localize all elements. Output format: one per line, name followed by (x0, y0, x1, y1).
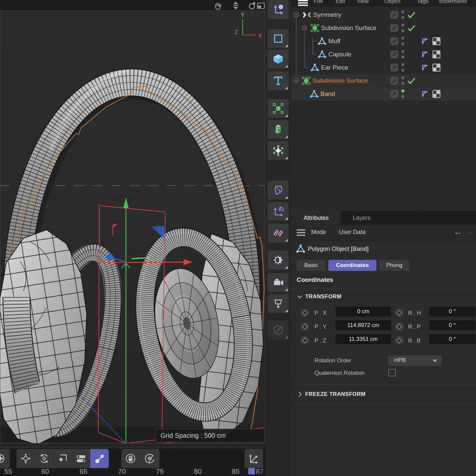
subdivision-surface-tool[interactable] (268, 99, 289, 118)
array-generator-tool[interactable] (268, 120, 289, 139)
edit-toggle-icon[interactable] (390, 64, 398, 72)
py-input[interactable]: 114.8972 cm (336, 320, 391, 330)
instance-axis-tool[interactable] (268, 202, 289, 221)
om-row-ear-piece[interactable]: Ear Piece (291, 61, 476, 74)
back-arrow-icon[interactable]: ← (454, 227, 462, 237)
record-point-level-button-active[interactable] (90, 449, 109, 468)
tab-attributes[interactable]: Attributes (291, 211, 341, 225)
keyframe-icon[interactable] (301, 309, 309, 317)
mouse-record-button[interactable] (121, 449, 140, 468)
edit-toggle-icon[interactable] (390, 24, 398, 32)
phong-tag-icon[interactable] (421, 50, 429, 58)
phong-tag-icon[interactable] (421, 64, 429, 72)
rh-input[interactable]: 0 ° (429, 307, 475, 316)
texture-tag-icon[interactable] (432, 90, 440, 98)
primitive-cube-tool[interactable] (268, 49, 289, 69)
motext-tool[interactable] (268, 71, 289, 90)
phong-tag-icon[interactable] (421, 90, 429, 98)
chevron-right-icon[interactable] (299, 392, 302, 397)
spline-rectangle-tool[interactable] (268, 29, 289, 48)
rotation-order-select[interactable]: HPB (388, 355, 442, 366)
timeline-ruler[interactable] (0, 443, 265, 449)
edit-toggle-icon[interactable] (390, 50, 398, 58)
quaternion-checkbox[interactable] (388, 369, 396, 376)
keyframe-icon[interactable] (301, 322, 309, 331)
generator-gear-tool[interactable] (268, 141, 289, 160)
menu-object[interactable]: Object (384, 0, 401, 5)
px-input[interactable]: 0 cm (336, 307, 391, 316)
timeline-tick[interactable]: 70 (118, 467, 126, 475)
chevron-down-icon[interactable] (297, 295, 302, 299)
keyframe-icon[interactable] (395, 309, 403, 317)
tab-layers[interactable]: Layers (343, 211, 380, 225)
visibility-dots-icon[interactable] (401, 75, 405, 86)
record-position-button[interactable] (16, 449, 35, 468)
attributes-menu-icon[interactable] (297, 229, 306, 236)
om-row-subdivision-surface-2[interactable]: Subdivision Surface (291, 74, 476, 88)
keyframe-settings-icon[interactable] (0, 449, 9, 468)
keyframe-icon[interactable] (301, 336, 309, 345)
record-rotation-button[interactable] (35, 449, 53, 468)
visibility-dots-icon[interactable] (401, 10, 405, 20)
keyframe-icon[interactable] (395, 322, 403, 331)
visibility-dots-icon[interactable] (401, 62, 405, 73)
phong-tag-icon[interactable] (421, 37, 429, 45)
current-frame-marker[interactable] (248, 468, 255, 474)
viewport-canvas[interactable]: Y Z X Grid Spacing : 500 cm (0, 11, 265, 443)
menu-bookmarks[interactable]: Bookmarks (439, 0, 467, 5)
texture-tag-icon[interactable] (432, 64, 440, 72)
timeline-tick[interactable]: 55 (4, 467, 12, 475)
expander-icon[interactable] (294, 13, 298, 17)
timeline-tick[interactable]: 60 (41, 467, 49, 475)
user-data-menu[interactable]: User Data (339, 229, 366, 236)
rp-input[interactable]: 0 ° (429, 320, 475, 330)
menu-edit[interactable]: Edit (336, 0, 345, 5)
visibility-dots-icon[interactable] (401, 49, 405, 60)
move-axis-tool[interactable] (268, 0, 289, 19)
environment-tool[interactable] (268, 251, 289, 270)
deformer-tool[interactable] (268, 181, 289, 200)
om-row-band[interactable]: Band (291, 87, 476, 101)
timeline-tick[interactable]: 65 (79, 467, 87, 475)
edit-toggle-icon[interactable] (390, 11, 398, 19)
menu-tags[interactable]: Tags (417, 0, 429, 5)
camera-tool[interactable] (268, 273, 289, 292)
expander-icon[interactable] (294, 78, 298, 83)
autokey-button[interactable] (140, 449, 159, 468)
dolly-zoom-icon[interactable] (231, 1, 241, 10)
x-axis-line[interactable] (127, 262, 184, 262)
pz-input[interactable]: 11.3351 cm (336, 334, 391, 344)
symmetry-tool[interactable] (268, 223, 289, 243)
om-row-capsule[interactable]: Capsule (291, 48, 476, 61)
om-row-symmetry[interactable]: Symmetry (291, 8, 476, 22)
tab-coordinates[interactable]: Coordinates (328, 260, 376, 271)
track-graph-button[interactable] (245, 449, 263, 468)
tab-basic[interactable]: Basic (297, 260, 326, 271)
record-parameter-button[interactable] (72, 449, 90, 468)
rb-input[interactable]: 0 ° (429, 334, 475, 344)
visibility-dots-icon-active[interactable] (401, 89, 405, 99)
mode-menu[interactable]: Mode (311, 229, 326, 236)
visibility-dots-icon[interactable] (401, 23, 405, 33)
keyframe-icon[interactable] (395, 336, 403, 345)
freeze-transform-title[interactable]: FREEZE TRANSFORM (305, 391, 366, 397)
menu-view[interactable]: View (357, 0, 369, 5)
texture-tag-icon[interactable] (432, 37, 440, 45)
stage-tool[interactable] (268, 294, 289, 313)
edit-toggle-icon[interactable] (390, 37, 398, 45)
enabled-check-icon[interactable] (407, 77, 416, 85)
main-menu-icon[interactable] (298, 0, 309, 6)
texture-tag-icon[interactable] (432, 50, 440, 58)
menu-file[interactable]: File (314, 0, 323, 5)
timeline-tick[interactable]: 85 (232, 467, 239, 475)
visibility-dots-icon[interactable] (401, 36, 405, 46)
expander-icon[interactable] (302, 26, 307, 30)
record-scale-button[interactable] (53, 449, 72, 468)
tab-phong[interactable]: Phong (379, 260, 409, 271)
edit-toggle-icon[interactable] (390, 77, 398, 85)
orbit-rotate-icon[interactable] (247, 1, 257, 10)
enabled-check-icon[interactable] (407, 11, 416, 19)
om-row-muff[interactable]: Muff (291, 35, 476, 48)
maximize-view-icon[interactable] (256, 1, 266, 10)
om-row-subdivision-surface-1[interactable]: Subdivision Surface (291, 21, 476, 35)
